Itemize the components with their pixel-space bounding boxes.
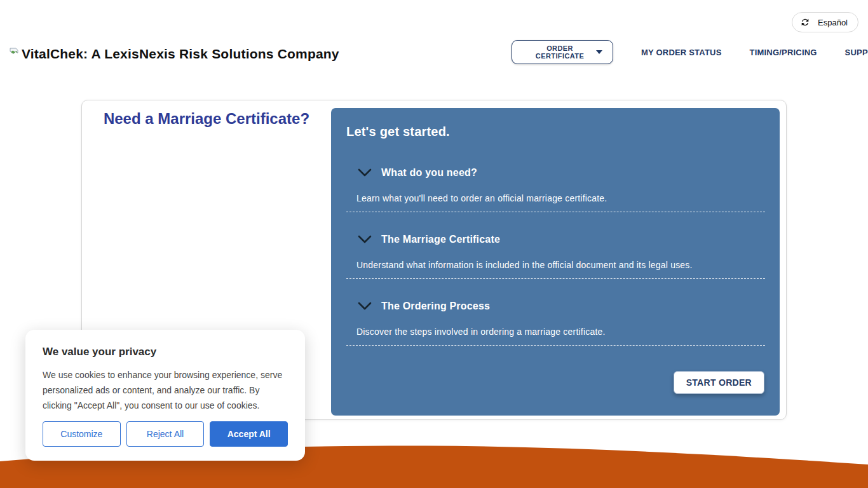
accordion-title: What do you need? <box>381 167 477 179</box>
accordion-description: Discover the steps involved in ordering … <box>356 327 765 337</box>
language-toggle-button[interactable]: Español <box>792 12 858 32</box>
sync-icon <box>800 17 810 27</box>
accordion-section: What do you need? Learn what you'll need… <box>346 146 765 212</box>
page-title: Need a Marriage Certificate? <box>82 110 331 128</box>
cookie-message: We use cookies to enhance your browsing … <box>43 367 285 413</box>
customize-button[interactable]: Customize <box>43 421 121 447</box>
order-certificate-dropdown[interactable]: ORDER CERTIFICATE <box>512 40 613 64</box>
reject-all-button[interactable]: Reject All <box>126 421 205 447</box>
nav-timing-pricing[interactable]: TIMING/PRICING <box>750 48 817 57</box>
cookie-consent-dialog: We value your privacy We use cookies to … <box>25 330 305 461</box>
accordion-section: The Marriage Certificate Understand what… <box>346 212 765 279</box>
accordion-title: The Marriage Certificate <box>381 234 500 245</box>
chevron-down-icon <box>357 233 372 246</box>
caret-down-icon <box>596 50 602 54</box>
order-certificate-label: ORDER CERTIFICATE <box>524 44 596 60</box>
panel-heading: Let's get started. <box>346 125 765 139</box>
cookie-button-row: Customize Reject All Accept All <box>43 421 288 447</box>
broken-image-icon <box>9 46 20 58</box>
accordion-description: Learn what you'll need to order an offic… <box>356 193 765 203</box>
accordion-header-what-do-you-need[interactable]: What do you need? <box>346 166 765 179</box>
start-order-button[interactable]: START ORDER <box>674 371 764 394</box>
accordion-section: The Ordering Process Discover the steps … <box>346 279 765 346</box>
cookie-title: We value your privacy <box>43 346 288 358</box>
get-started-panel: Let's get started. What do you need? Lea… <box>331 108 780 416</box>
logo[interactable]: VitalChek: A LexisNexis Risk Solutions C… <box>9 46 339 62</box>
accordion-list: What do you need? Learn what you'll need… <box>346 146 765 346</box>
nav-support[interactable]: SUPPORT <box>845 48 868 57</box>
accept-all-button[interactable]: Accept All <box>210 421 288 447</box>
accordion-header-ordering-process[interactable]: The Ordering Process <box>346 300 765 313</box>
logo-alt-text: VitalChek: A LexisNexis Risk Solutions C… <box>22 46 339 62</box>
nav-my-order-status[interactable]: MY ORDER STATUS <box>641 48 722 57</box>
accordion-title: The Ordering Process <box>381 301 490 312</box>
accordion-header-marriage-certificate[interactable]: The Marriage Certificate <box>346 233 765 246</box>
language-label: Español <box>818 18 848 27</box>
main-nav: ORDER CERTIFICATE MY ORDER STATUS TIMING… <box>512 40 868 64</box>
chevron-down-icon <box>357 166 372 179</box>
chevron-down-icon <box>357 300 372 313</box>
accordion-description: Understand what information is included … <box>356 260 765 270</box>
